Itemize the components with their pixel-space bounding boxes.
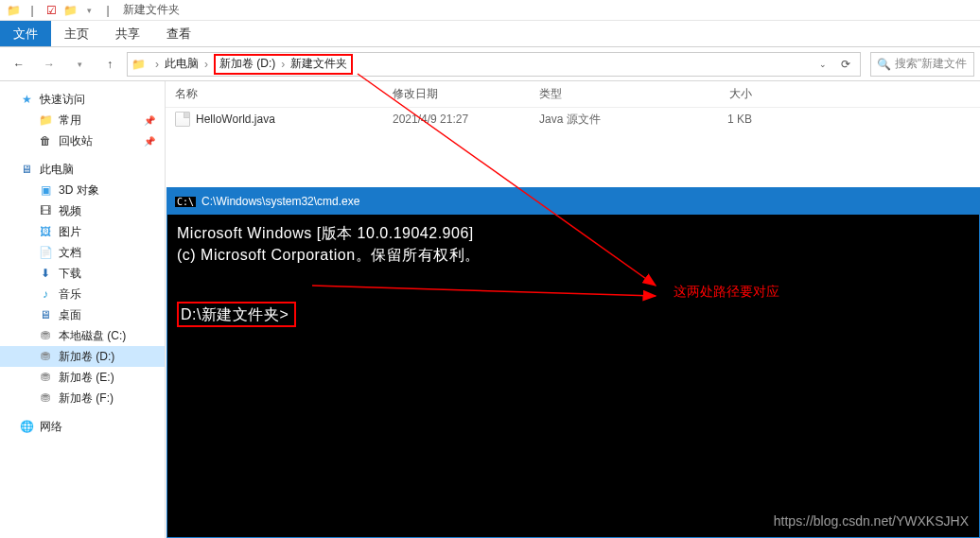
sidebar-3d[interactable]: ▣3D 对象: [0, 180, 165, 200]
qat-dropdown-icon[interactable]: ▾: [81, 3, 96, 18]
sidebar-network[interactable]: 🌐网络: [0, 416, 165, 437]
sidebar-drive-d[interactable]: ⛃新加卷 (D:): [0, 346, 165, 367]
recent-dropdown-icon[interactable]: ▾: [66, 51, 93, 78]
file-size: 1 KB: [686, 113, 761, 126]
crumb-sep: ›: [281, 58, 285, 71]
col-size-header[interactable]: 大小: [686, 86, 761, 102]
crumb-pc[interactable]: 此电脑: [165, 56, 199, 72]
address-bar[interactable]: 📁 › 此电脑 › 新加卷 (D:) › 新建文件夹 ⌄ ⟳: [127, 52, 861, 77]
crumb-folder[interactable]: 新建文件夹: [290, 56, 347, 72]
sidebar-drive-f[interactable]: ⛃新加卷 (F:): [0, 388, 165, 408]
desktop-icon: 🖥: [38, 308, 53, 321]
sidebar-item-label: 音乐: [59, 286, 81, 303]
file-type: Java 源文件: [539, 112, 686, 128]
cmd-line1: Microsoft Windows [版本 10.0.19042.906]: [177, 225, 474, 241]
sidebar-item-label: 回收站: [59, 133, 93, 149]
file-row[interactable]: HelloWorld.java 2021/4/9 21:27 Java 源文件 …: [166, 108, 980, 130]
picture-icon: 🖼: [38, 225, 53, 238]
search-input[interactable]: 🔍 搜索"新建文件: [870, 52, 974, 77]
tab-view[interactable]: 查看: [153, 21, 204, 46]
sidebar-pictures[interactable]: 🖼图片: [0, 221, 165, 242]
sidebar-documents[interactable]: 📄文档: [0, 242, 165, 263]
network-icon: 🌐: [19, 420, 34, 433]
drive-icon: ⛃: [38, 371, 53, 384]
tab-home[interactable]: 主页: [51, 21, 102, 46]
folder-icon: 📁: [6, 3, 21, 18]
up-button[interactable]: ↑: [96, 51, 123, 78]
cmd-icon: C:\: [175, 197, 196, 207]
title-bar: 📁 | ☑ 📁 ▾ | 新建文件夹: [0, 0, 980, 21]
star-icon: ★: [19, 93, 34, 106]
refresh-icon[interactable]: ⟳: [835, 58, 856, 71]
sidebar-videos[interactable]: 🎞视频: [0, 200, 165, 221]
file-name: HelloWorld.java: [196, 113, 275, 126]
sidebar-recycle[interactable]: 🗑回收站📌: [0, 130, 165, 151]
sidebar-item-label: 常用: [59, 113, 81, 129]
sidebar-item-label: 下载: [59, 266, 81, 282]
sidebar-item-label: 图片: [59, 224, 81, 240]
watermark: https://blog.csdn.net/YWXKSJHX: [774, 513, 969, 529]
folder-icon: 📁: [38, 113, 53, 127]
address-dropdown-icon[interactable]: ⌄: [813, 60, 833, 69]
crumb-drive[interactable]: 新加卷 (D:): [219, 56, 275, 72]
col-type-header[interactable]: 类型: [539, 86, 686, 102]
cube-icon: ▣: [38, 183, 53, 197]
cmd-title-text: C:\Windows\system32\cmd.exe: [201, 195, 359, 208]
col-date-header[interactable]: 修改日期: [393, 86, 539, 102]
pc-icon: 🖥: [19, 163, 34, 176]
sidebar-item-label: 快速访问: [40, 92, 85, 108]
tab-file[interactable]: 文件: [0, 21, 51, 46]
sidebar-item-label: 桌面: [59, 307, 81, 323]
sidebar-item-label: 此电脑: [40, 162, 74, 178]
drive-icon: ⛃: [38, 391, 53, 405]
nav-bar: ← → ▾ ↑ 📁 › 此电脑 › 新加卷 (D:) › 新建文件夹 ⌄ ⟳ 🔍…: [0, 47, 980, 81]
sidebar-item-label: 新加卷 (F:): [59, 390, 114, 407]
col-name-header[interactable]: 名称: [166, 86, 393, 102]
sidebar-item-label: 网络: [40, 419, 62, 435]
cmd-titlebar[interactable]: C:\ C:\Windows\system32\cmd.exe: [167, 188, 979, 215]
cmd-window: C:\ C:\Windows\system32\cmd.exe Microsof…: [166, 187, 980, 538]
cmd-prompt-highlight: D:\新建文件夹>: [177, 302, 296, 327]
folder-icon: 📁: [62, 3, 78, 18]
crumb-sep[interactable]: ›: [155, 58, 159, 71]
sidebar-desktop[interactable]: 🖥桌面: [0, 304, 165, 325]
sidebar-item-label: 视频: [59, 203, 81, 219]
sidebar-downloads[interactable]: ⬇下载: [0, 263, 165, 284]
sidebar-item-label: 新加卷 (E:): [59, 370, 114, 386]
file-icon: [175, 112, 190, 127]
sidebar-this-pc[interactable]: 🖥此电脑: [0, 159, 165, 180]
sidebar-item-label: 文档: [59, 245, 81, 261]
window-title: 新建文件夹: [123, 2, 180, 18]
recycle-icon: 🗑: [38, 134, 53, 148]
cmd-prompt: D:\新建文件夹>: [181, 306, 289, 322]
sidebar-item-label: 新加卷 (D:): [59, 349, 114, 365]
folder-icon: 📁: [131, 58, 146, 71]
tab-share[interactable]: 共享: [102, 21, 153, 46]
sidebar-item-label: 3D 对象: [59, 182, 99, 199]
forward-button[interactable]: →: [36, 51, 62, 78]
cmd-body[interactable]: Microsoft Windows [版本 10.0.19042.906] (c…: [167, 215, 979, 335]
drive-icon: ⛃: [38, 350, 53, 363]
sidebar-quick-access[interactable]: ★快速访问: [0, 89, 165, 110]
checkbox-icon[interactable]: ☑: [44, 3, 59, 18]
divider-icon: |: [25, 3, 40, 18]
file-date: 2021/4/9 21:27: [393, 113, 539, 126]
pin-icon: 📌: [144, 136, 155, 147]
column-header-row: 名称 修改日期 类型 大小: [166, 81, 980, 108]
music-icon: ♪: [38, 287, 53, 301]
search-icon: 🔍: [877, 58, 891, 71]
sidebar-drive-c[interactable]: ⛃本地磁盘 (C:): [0, 325, 165, 346]
sidebar: ★快速访问 📁常用📌 🗑回收站📌 🖥此电脑 ▣3D 对象 🎞视频 🖼图片 📄文档…: [0, 81, 166, 538]
back-button[interactable]: ←: [6, 51, 32, 78]
drive-icon: ⛃: [38, 329, 53, 342]
document-icon: 📄: [38, 246, 53, 259]
cmd-line2: (c) Microsoft Corporation。保留所有权利。: [177, 247, 481, 263]
breadcrumb-highlight: 新加卷 (D:) › 新建文件夹: [214, 54, 353, 75]
ribbon-tabs: 文件 主页 共享 查看: [0, 21, 980, 47]
search-placeholder: 搜索"新建文件: [895, 56, 967, 72]
sidebar-item-label: 本地磁盘 (C:): [59, 328, 126, 344]
sidebar-music[interactable]: ♪音乐: [0, 284, 165, 304]
sidebar-drive-e[interactable]: ⛃新加卷 (E:): [0, 367, 165, 388]
pin-icon: 📌: [144, 115, 155, 126]
sidebar-common[interactable]: 📁常用📌: [0, 110, 165, 130]
